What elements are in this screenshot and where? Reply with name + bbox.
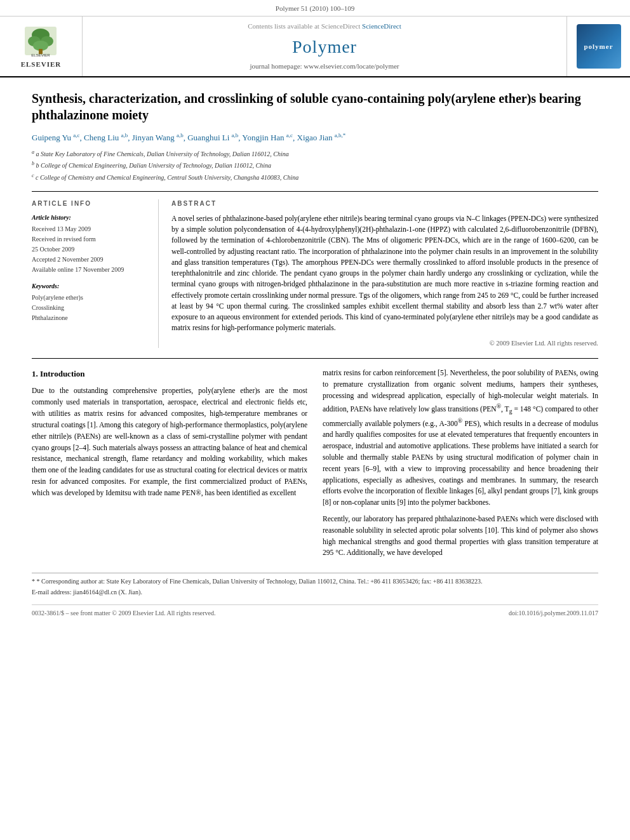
keywords-label: Keywords: — [32, 282, 148, 291]
history-item-4: Available online 17 November 2009 — [32, 265, 148, 274]
journal-badge-area: polymer — [566, 17, 630, 76]
history-item-3: Accepted 2 November 2009 — [32, 255, 148, 264]
history-item-2: 25 October 2009 — [32, 245, 148, 254]
footer-left: 0032-3861/$ – see front matter © 2009 El… — [32, 609, 215, 618]
introduction-heading: 1. Introduction — [32, 368, 307, 380]
affiliation-a: a a State Key Laboratory of Fine Chemica… — [32, 149, 598, 159]
elsevier-logo: ELSEVIER ELSEVIER — [21, 23, 62, 69]
keyword-0: Poly(arylene ether)s — [32, 293, 148, 302]
intro-paragraph-right-2: Recently, our laboratory has prepared ph… — [323, 514, 598, 559]
article-info-column: ARTICLE INFO Article history: Received 1… — [32, 199, 159, 348]
page-footer: 0032-3861/$ – see front matter © 2009 El… — [32, 604, 598, 618]
body-col-left: 1. Introduction Due to the outstanding c… — [32, 368, 307, 564]
abstract-text: A novel series of phthalazinone-based po… — [171, 213, 598, 334]
body-divider — [32, 358, 598, 359]
abstract-label: ABSTRACT — [171, 199, 598, 208]
history-item-0: Received 13 May 2009 — [32, 225, 148, 234]
affiliation-b: b b College of Chemical Engineering, Dal… — [32, 160, 598, 170]
elsevier-tree-icon: ELSEVIER — [22, 23, 60, 58]
sciencedirect-text: Contents lists available at ScienceDirec… — [248, 22, 401, 31]
elsevier-label: ELSEVIER — [21, 60, 62, 69]
keywords-section: Keywords: Poly(arylene ether)s Crosslink… — [32, 282, 148, 323]
keyword-2: Phthalazinone — [32, 314, 148, 323]
intro-paragraph-right: matrix resins for carbon reinforcement [… — [323, 368, 598, 509]
corresponding-label: * * Corresponding author at: State Key L… — [32, 578, 483, 585]
abstract-column: ABSTRACT A novel series of phthalazinone… — [171, 199, 598, 348]
article-content: Synthesis, characterization, and crossli… — [0, 77, 630, 630]
publisher-logo-area: ELSEVIER ELSEVIER — [0, 17, 83, 76]
article-info-abstract-row: ARTICLE INFO Article history: Received 1… — [32, 191, 598, 348]
page-wrapper: Polymer 51 (2010) 100–109 ELSEVIER ELSEV… — [0, 0, 630, 840]
article-history-label: Article history: — [32, 213, 148, 222]
journal-center-header: Contents lists available at ScienceDirec… — [83, 17, 566, 76]
corresponding-author-footnote: * * Corresponding author at: State Key L… — [32, 577, 598, 586]
affiliation-c: c c College of Chemistry and Chemical En… — [32, 172, 598, 182]
keyword-1: Crosslinking — [32, 303, 148, 312]
abstract-paragraph: A novel series of phthalazinone-based po… — [171, 213, 598, 334]
journal-title: Polymer — [292, 34, 357, 59]
authors-line: Guipeng Yu a,c, Cheng Liu a,b, Jinyan Wa… — [32, 131, 598, 143]
journal-header: ELSEVIER ELSEVIER Contents lists availab… — [0, 17, 630, 77]
affiliations: a a State Key Laboratory of Fine Chemica… — [32, 149, 598, 182]
copyright-line: © 2009 Elsevier Ltd. All rights reserved… — [171, 339, 598, 349]
history-item-1: Received in revised form — [32, 235, 148, 244]
body-col-right: matrix resins for carbon reinforcement [… — [323, 368, 598, 564]
author-names: Guipeng Yu a,c, Cheng Liu a,b, Jinyan Wa… — [32, 133, 345, 142]
article-title: Synthesis, characterization, and crossli… — [32, 90, 598, 123]
footer-right: doi:10.1016/j.polymer.2009.11.017 — [509, 609, 598, 618]
polymer-badge: polymer — [577, 24, 621, 69]
journal-homepage: journal homepage: www.elsevier.com/locat… — [250, 62, 399, 71]
journal-citation: Polymer 51 (2010) 100–109 — [276, 4, 354, 12]
intro-paragraph-left: Due to the outstanding comprehensive pro… — [32, 385, 307, 498]
footnote-area: * * Corresponding author at: State Key L… — [32, 573, 598, 597]
article-info-label: ARTICLE INFO — [32, 199, 148, 208]
svg-text:ELSEVIER: ELSEVIER — [32, 53, 51, 57]
email-footnote: E-mail address: jian46164@dl.cn (X. Jian… — [32, 588, 598, 597]
sciencedirect-link[interactable]: ScienceDirect — [362, 22, 401, 30]
body-text-columns: 1. Introduction Due to the outstanding c… — [32, 368, 598, 564]
top-bar: Polymer 51 (2010) 100–109 — [0, 0, 630, 17]
